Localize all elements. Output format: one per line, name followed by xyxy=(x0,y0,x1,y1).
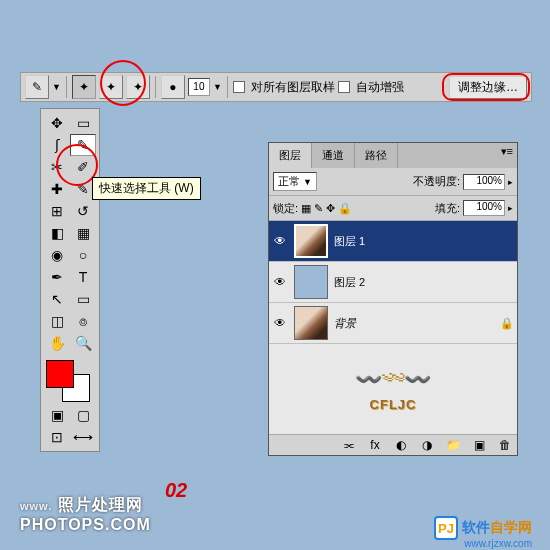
path-tool[interactable]: ↖ xyxy=(44,288,70,310)
separator xyxy=(227,76,228,98)
lock-label: 锁定: xyxy=(273,201,298,216)
lock-row: 锁定: ▦ ✎ ✥ 🔒 填充: 100% ▸ xyxy=(269,196,517,221)
layer-thumbnail[interactable] xyxy=(294,265,328,299)
layers-footer: ⫘ fx ◐ ◑ 📁 ▣ 🗑 xyxy=(269,434,517,455)
screenmode-tool[interactable]: ▢ xyxy=(70,404,96,426)
panel-tabs: 图层 通道 路径 xyxy=(269,143,517,168)
camera-tool[interactable]: ⌾ xyxy=(70,310,96,332)
layer-options-row: 正常 ▼ 不透明度: 100% ▸ xyxy=(269,168,517,196)
brush-icon: ✎ xyxy=(32,80,42,94)
opacity-arrow-icon[interactable]: ▸ xyxy=(508,177,513,187)
opacity-label: 不透明度: xyxy=(413,174,460,189)
quick-select-tool[interactable]: ✎ xyxy=(70,134,96,156)
panel-menu-icon[interactable]: ▾≡ xyxy=(501,145,513,158)
lock-position-icon[interactable]: ✥ xyxy=(326,202,335,215)
layer-thumbnail[interactable] xyxy=(294,306,328,340)
dot-icon: ● xyxy=(169,80,176,94)
dodge-tool[interactable]: ○ xyxy=(70,244,96,266)
separator xyxy=(66,76,67,98)
layer-row[interactable]: 👁 图层 1 xyxy=(269,221,517,262)
move-tool[interactable]: ✥ xyxy=(44,112,70,134)
pen-tool[interactable]: ✒ xyxy=(44,266,70,288)
logo-icon: PJ xyxy=(434,516,458,540)
sample-all-checkbox[interactable] xyxy=(233,81,245,93)
sample-all-label: 对所有图层取样 xyxy=(251,79,335,96)
heal-tool[interactable]: ✚ xyxy=(44,178,70,200)
wand-icon: ✦ xyxy=(79,80,89,94)
selection-tool[interactable]: ▭ xyxy=(70,112,96,134)
quickmask-tool[interactable]: ▣ xyxy=(44,404,70,426)
adjustment-icon[interactable]: ◑ xyxy=(418,438,436,452)
eyedropper-tool[interactable]: ✐ xyxy=(70,156,96,178)
fill-label: 填充: xyxy=(435,201,460,216)
fill-arrow-icon[interactable]: ▸ xyxy=(508,203,513,213)
auto-enhance-label: 自动增强 xyxy=(356,79,404,96)
tool-preset-button[interactable]: ✎ xyxy=(25,75,49,99)
lock-all-icon[interactable]: 🔒 xyxy=(338,202,352,215)
layer-name[interactable]: 图层 1 xyxy=(334,234,365,249)
blur-tool[interactable]: ◉ xyxy=(44,244,70,266)
visibility-toggle[interactable]: 👁 xyxy=(272,315,288,331)
layer-name[interactable]: 图层 2 xyxy=(334,275,365,290)
folder-icon[interactable]: 📁 xyxy=(444,438,462,452)
wand-minus-icon: ✦ xyxy=(133,80,143,94)
subtract-selection-button[interactable]: ✦ xyxy=(126,75,150,99)
refine-edge-button[interactable]: 调整边缘… xyxy=(449,76,527,99)
extra-tool2[interactable]: ⟷ xyxy=(70,426,96,448)
ornament-graphic: 〰️༄༄〰️ xyxy=(338,367,448,397)
shape-tool[interactable]: ▭ xyxy=(70,288,96,310)
eraser-tool[interactable]: ◧ xyxy=(44,222,70,244)
wand-plus-icon: ✦ xyxy=(106,80,116,94)
watermark-rjzxw: PJ 软件自学网 www.rjzxw.com xyxy=(434,516,532,540)
layer-row[interactable]: 👁 图层 2 xyxy=(269,262,517,303)
layer-name[interactable]: 背景 xyxy=(334,316,356,331)
lock-transparency-icon[interactable]: ▦ xyxy=(301,202,311,215)
lock-pixels-icon[interactable]: ✎ xyxy=(314,202,323,215)
tab-paths[interactable]: 路径 xyxy=(355,143,398,168)
dropdown-icon[interactable]: ▼ xyxy=(213,82,222,92)
tool-tooltip: 快速选择工具 (W) xyxy=(92,177,201,200)
opacity-input[interactable]: 100% xyxy=(463,174,505,190)
lasso-tool[interactable]: ʃ xyxy=(44,134,70,156)
tab-channels[interactable]: 通道 xyxy=(312,143,355,168)
watermark-photops: www. 照片处理网 PHOTOPS.COM xyxy=(20,495,151,534)
hand-tool[interactable]: ✋ xyxy=(44,332,70,354)
options-bar: ✎ ▼ ✦ ✦ ✦ ● 10 ▼ 对所有图层取样 自动增强 调整边缘… xyxy=(20,72,532,102)
layer-list: 👁 图层 1 👁 图层 2 👁 背景 🔒 xyxy=(269,221,517,344)
separator xyxy=(155,76,156,98)
gradient-tool[interactable]: ▦ xyxy=(70,222,96,244)
layer-row[interactable]: 👁 背景 🔒 xyxy=(269,303,517,344)
history-brush-tool[interactable]: ↺ xyxy=(70,200,96,222)
blend-mode-select[interactable]: 正常 ▼ xyxy=(273,172,317,191)
preview-area: 〰️༄༄〰️ CFLJC xyxy=(269,344,517,434)
tab-layers[interactable]: 图层 xyxy=(269,143,312,168)
visibility-toggle[interactable]: 👁 xyxy=(272,274,288,290)
foreground-color[interactable] xyxy=(46,360,74,388)
crop-tool[interactable]: ✂ xyxy=(44,156,70,178)
layer-thumbnail[interactable] xyxy=(294,224,328,258)
visibility-toggle[interactable]: 👁 xyxy=(272,233,288,249)
new-selection-button[interactable]: ✦ xyxy=(72,75,96,99)
brush-preview[interactable]: ● xyxy=(161,75,185,99)
toolbox: ✥▭ ʃ✎ ✂✐ ✚✎ ⊞↺ ◧▦ ◉○ ✒T ↖▭ ◫⌾ ✋🔍 ▣▢ ⊡⟷ xyxy=(40,108,100,452)
3d-tool[interactable]: ◫ xyxy=(44,310,70,332)
add-selection-button[interactable]: ✦ xyxy=(99,75,123,99)
fill-input[interactable]: 100% xyxy=(463,200,505,216)
zoom-tool[interactable]: 🔍 xyxy=(70,332,96,354)
link-layers-icon[interactable]: ⫘ xyxy=(340,438,358,452)
fx-icon[interactable]: fx xyxy=(366,438,384,452)
layers-panel: ▾≡ 图层 通道 路径 正常 ▼ 不透明度: 100% ▸ 锁定: ▦ ✎ ✥ … xyxy=(268,142,518,456)
preview-text: CFLJC xyxy=(370,397,417,412)
mask-icon[interactable]: ◐ xyxy=(392,438,410,452)
color-swatches xyxy=(44,360,96,404)
annotation-number: 02 xyxy=(165,479,187,502)
type-tool[interactable]: T xyxy=(70,266,96,288)
dropdown-icon[interactable]: ▼ xyxy=(52,82,61,92)
new-layer-icon[interactable]: ▣ xyxy=(470,438,488,452)
brush-size-input[interactable]: 10 xyxy=(188,78,210,96)
extra-tool[interactable]: ⊡ xyxy=(44,426,70,448)
lock-icon: 🔒 xyxy=(500,317,514,330)
stamp-tool[interactable]: ⊞ xyxy=(44,200,70,222)
auto-enhance-checkbox[interactable] xyxy=(338,81,350,93)
trash-icon[interactable]: 🗑 xyxy=(496,438,514,452)
